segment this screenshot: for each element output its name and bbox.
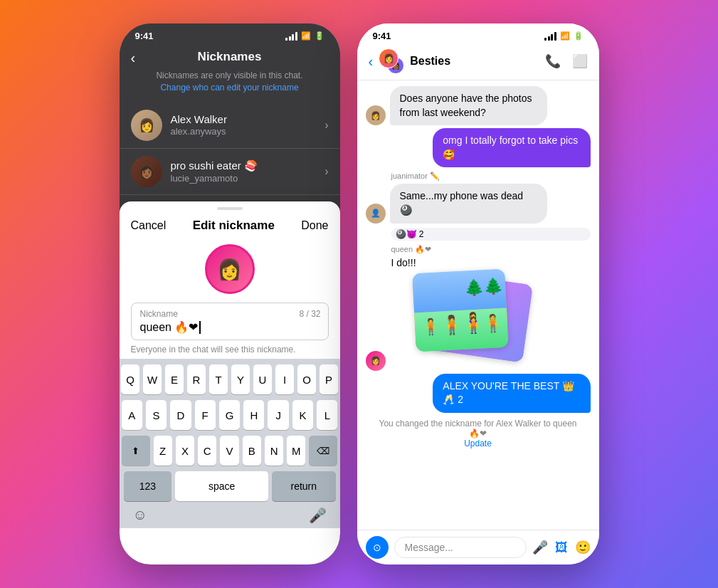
signal-icon bbox=[544, 32, 556, 41]
key-i[interactable]: I bbox=[275, 364, 294, 394]
keyboard: Q W E R T Y U I O P A S D F G H bbox=[120, 359, 340, 528]
key-e[interactable]: E bbox=[165, 364, 184, 394]
key-d[interactable]: D bbox=[170, 400, 191, 430]
back-button[interactable]: ‹ bbox=[369, 53, 374, 70]
message-row: ALEX YOU'RE THE BEST 👑🥂 2 bbox=[366, 374, 591, 413]
person-silhouette: 🧍 bbox=[463, 313, 504, 335]
sender-avatar: 👩 bbox=[366, 351, 386, 371]
key-x[interactable]: X bbox=[176, 436, 194, 466]
space-key[interactable]: space bbox=[175, 471, 268, 501]
key-m[interactable]: M bbox=[287, 436, 305, 466]
nickname-hint: Everyone in the chat will see this nickn… bbox=[131, 345, 329, 355]
char-count: 8 / 32 bbox=[299, 309, 320, 319]
right-status-icons: 📶 🔋 bbox=[544, 31, 584, 41]
key-g[interactable]: G bbox=[219, 400, 240, 430]
keyboard-row-3: ⬆ Z X C V B N M ⌫ bbox=[122, 436, 338, 466]
alex-username: alex.anyways bbox=[171, 126, 325, 137]
text-cursor bbox=[199, 321, 201, 334]
keyboard-bottom-row: 123 space return bbox=[122, 471, 338, 501]
alex-name: Alex Walker bbox=[171, 113, 325, 125]
list-item[interactable]: 👩🏾 pro sushi eater 🍣 lucie_yamamoto › bbox=[120, 149, 340, 195]
right-phone: 9:41 📶 🔋 ‹ 👩 👩🏾 Besties 📞 bbox=[357, 23, 599, 565]
sender-avatar: 👩 bbox=[366, 105, 386, 125]
keyboard-row-2: A S D F G H J K L bbox=[122, 400, 338, 430]
key-c[interactable]: C bbox=[198, 436, 216, 466]
message-input-bar: ⊙ Message... 🎤 🖼 🙂 bbox=[357, 530, 599, 565]
nicknames-subtitle: Nicknames are only visible in this chat.… bbox=[156, 70, 302, 94]
key-j[interactable]: J bbox=[268, 400, 288, 430]
left-phone: 9:41 📶 🔋 ‹ Nicknames Nicknames are only … bbox=[120, 23, 340, 565]
call-button[interactable]: 📞 bbox=[545, 53, 561, 69]
lucie-username: lucie_yamamoto bbox=[171, 173, 325, 184]
cancel-button[interactable]: Cancel bbox=[131, 219, 167, 232]
chat-name[interactable]: Besties bbox=[410, 55, 539, 68]
key-q[interactable]: Q bbox=[121, 364, 139, 394]
nickname-input-container[interactable]: Nickname queen 🔥❤ 8 / 32 bbox=[131, 303, 329, 340]
sender-label: juanimator ✏️ bbox=[391, 172, 591, 181]
key-h[interactable]: H bbox=[243, 400, 264, 430]
emoji-key[interactable]: ☺ bbox=[133, 507, 147, 524]
key-n[interactable]: N bbox=[265, 436, 283, 466]
key-p[interactable]: P bbox=[320, 364, 338, 394]
key-r[interactable]: R bbox=[187, 364, 206, 394]
left-phone-content: 9:41 📶 🔋 ‹ Nicknames Nicknames are only … bbox=[120, 23, 340, 565]
photos-container: 📸 🧍 🧍‍♀️ 🧍 🌲🌲 bbox=[414, 271, 528, 371]
message-row: omg I totally forgot to take pics 🥰 bbox=[366, 128, 591, 167]
numbers-key[interactable]: 123 bbox=[124, 471, 172, 501]
back-button[interactable]: ‹ bbox=[131, 50, 136, 66]
sheet-header: Cancel Edit nickname Done bbox=[120, 210, 340, 238]
done-button[interactable]: Done bbox=[301, 219, 328, 232]
nickname-input-label: Nickname bbox=[140, 309, 320, 319]
message-text: I do!!! bbox=[391, 257, 591, 268]
message-bubble: Same...my phone was dead 🎱 bbox=[390, 184, 547, 223]
key-b[interactable]: B bbox=[243, 436, 261, 466]
left-status-icons: 📶 🔋 bbox=[285, 31, 324, 41]
update-link[interactable]: Update bbox=[464, 439, 492, 448]
battery-icon: 🔋 bbox=[315, 31, 324, 41]
trees: 🌲🌲 bbox=[463, 276, 502, 297]
reactions: 🎱👿 2 bbox=[391, 228, 591, 241]
keyboard-icons-row: ☺ 🎤 bbox=[122, 504, 338, 525]
message-row: 👩 📸 🧍 🧍‍♀️ 🧍 🌲🌲 bbox=[366, 271, 591, 371]
key-y[interactable]: Y bbox=[231, 364, 250, 394]
mic-key[interactable]: 🎤 bbox=[309, 507, 327, 524]
alex-info: Alex Walker alex.anyways bbox=[171, 113, 325, 137]
return-key[interactable]: return bbox=[272, 471, 335, 501]
camera-icon: ⊙ bbox=[373, 542, 381, 553]
avatar-main: 👩 bbox=[379, 48, 398, 68]
lucie-info: pro sushi eater 🍣 lucie_yamamoto bbox=[171, 159, 325, 184]
message-input[interactable]: Message... bbox=[394, 537, 527, 558]
alex-avatar: 👩 bbox=[131, 110, 162, 141]
mic-button[interactable]: 🎤 bbox=[532, 540, 548, 555]
key-z[interactable]: Z bbox=[154, 436, 172, 466]
shift-key[interactable]: ⬆ bbox=[122, 436, 150, 466]
list-item[interactable]: 👩 Alex Walker alex.anyways › bbox=[120, 103, 340, 149]
backspace-key[interactable]: ⌫ bbox=[309, 436, 337, 466]
chevron-right-icon: › bbox=[324, 119, 328, 132]
sticker-button[interactable]: 🙂 bbox=[575, 540, 591, 555]
key-u[interactable]: U bbox=[253, 364, 272, 394]
photo-front: 🧍 🧍‍♀️ 🧍 🌲🌲 bbox=[412, 268, 509, 352]
lucie-name: pro sushi eater 🍣 bbox=[171, 159, 325, 172]
key-f[interactable]: F bbox=[195, 400, 216, 430]
left-time: 9:41 bbox=[135, 31, 154, 41]
key-o[interactable]: O bbox=[297, 364, 316, 394]
nicknames-title: Nicknames bbox=[198, 50, 262, 64]
camera-button[interactable]: ⊙ bbox=[366, 536, 389, 559]
video-button[interactable]: ⬜ bbox=[572, 53, 588, 69]
key-v[interactable]: V bbox=[220, 436, 238, 466]
key-t[interactable]: T bbox=[209, 364, 228, 394]
photo-button[interactable]: 🖼 bbox=[555, 540, 568, 555]
change-nickname-link[interactable]: Change who can edit your nickname bbox=[160, 83, 298, 93]
right-time: 9:41 bbox=[373, 31, 391, 41]
sheet-title: Edit nickname bbox=[193, 219, 275, 233]
key-s[interactable]: S bbox=[146, 400, 167, 430]
key-w[interactable]: W bbox=[143, 364, 162, 394]
left-status-bar: 9:41 📶 🔋 bbox=[120, 23, 340, 44]
nickname-input-value: queen 🔥❤ bbox=[140, 320, 320, 334]
key-a[interactable]: A bbox=[122, 400, 142, 430]
messages-area: 👩 Does anyone have the photos from last … bbox=[357, 80, 599, 530]
key-k[interactable]: K bbox=[292, 400, 313, 430]
input-actions: 🎤 🖼 🙂 bbox=[532, 540, 591, 555]
key-l[interactable]: L bbox=[317, 400, 337, 430]
